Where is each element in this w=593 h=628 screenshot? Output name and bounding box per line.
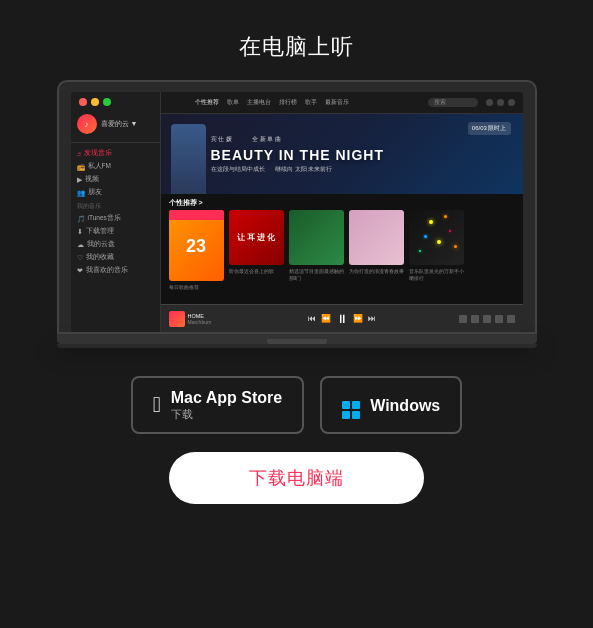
nav-item-playlist[interactable]: 歌单 (227, 98, 239, 107)
traffic-light-yellow (91, 98, 99, 106)
collected-icon: ♡ (77, 254, 83, 262)
friends-label: 朋友 (88, 188, 102, 197)
hero-date-badge: 06/03 限时上 (468, 122, 511, 135)
download-pc-button[interactable]: 下载电脑端 (169, 452, 424, 504)
download-icon: ⬇ (77, 228, 83, 236)
play-artist: Marchburn (188, 319, 212, 325)
album-desc-red: 听你最近会喜上的歌 (229, 268, 284, 275)
hero-title: BEAUTY IN THE NIGHT (211, 147, 511, 163)
video-icon: ▶ (77, 176, 82, 184)
play-bar: HOME Marchburn ⏮ ⏪ ⏸ ⏩ ⏭ (161, 304, 523, 332)
itunes-icon: 🎵 (77, 215, 85, 223)
mac-appstore-button[interactable]:  Mac App Store 下载 (131, 376, 304, 434)
laptop-screen-outer: ♪ 喜爱的云 ▼ ♬ 发现音乐 📻 私人FM ▶ 视频 (57, 80, 537, 334)
hero-subtitle-bottom: 在这段与结局中成长 继续向 太阳 未来前行 (211, 166, 511, 173)
sidebar-item-fm[interactable]: 📻 私人FM (71, 160, 160, 173)
nav-item-artists[interactable]: 歌手 (305, 98, 317, 107)
album-pink-bg (349, 210, 404, 265)
album-grid: 23 每日歌曲推荐 让 耳 进 化 听你最近会喜上的歌 (161, 210, 523, 285)
prev-track-button[interactable]: ⏪ (321, 314, 331, 323)
share-icon[interactable] (483, 315, 491, 323)
album-card-green[interactable]: 精选适节目里面最感触的那9门 (289, 210, 344, 281)
sidebar-item-collected[interactable]: ♡ 我的收藏 (71, 251, 160, 264)
download-label: 下载管理 (86, 227, 114, 236)
sidebar-item-friends[interactable]: 👥 朋友 (71, 186, 160, 199)
hero-banner: 宾 仕 媛 全 新 单 曲 BEAUTY IN THE NIGHT 在这段与结局… (161, 114, 523, 194)
nav-item-radio[interactable]: 主播电台 (247, 98, 271, 107)
album-cover-pink (349, 210, 404, 265)
search-bar[interactable]: 搜索 (428, 98, 478, 107)
nav-item-recommend[interactable]: 个性推荐 (195, 98, 219, 107)
play-pause-button[interactable]: ⏸ (336, 312, 348, 326)
laptop-mockup: ♪ 喜爱的云 ▼ ♬ 发现音乐 📻 私人FM ▶ 视频 (57, 80, 537, 348)
volume-icon[interactable] (495, 315, 503, 323)
traffic-lights (79, 98, 111, 106)
play-bar-left: HOME Marchburn (169, 311, 302, 327)
prev-button[interactable]: ⏮ (308, 314, 316, 323)
play-info: HOME Marchburn (188, 313, 212, 325)
album-card-pink[interactable]: 为你打造的浪漫青春故事 (349, 210, 404, 281)
cloud-icon: ☁ (77, 241, 84, 249)
album-card-fireworks[interactable]: 音乐队里发光的万新手小晒排行 (409, 210, 464, 281)
album-cover-green (289, 210, 344, 265)
next-track-button[interactable]: ⏩ (353, 314, 363, 323)
sidebar-item-download[interactable]: ⬇ 下载管理 (71, 225, 160, 238)
album-desc-green: 精选适节目里面最感触的那9门 (289, 268, 344, 281)
section-title-recommend: 个性推荐 > (169, 198, 203, 208)
download-bar-icon[interactable] (471, 315, 479, 323)
album-card-red[interactable]: 让 耳 进 化 听你最近会喜上的歌 (229, 210, 284, 281)
album-desc-fireworks: 音乐队里发光的万新手小晒排行 (409, 268, 464, 281)
laptop-foot (57, 344, 537, 348)
like-icon[interactable] (459, 315, 467, 323)
sidebar-item-video[interactable]: ▶ 视频 (71, 173, 160, 186)
itunes-label: iTunes音乐 (88, 214, 121, 223)
nav-icon-skin[interactable] (508, 99, 515, 106)
album-desc-pink: 为你打造的浪漫青春故事 (349, 268, 404, 275)
discover-icon: ♬ (77, 150, 82, 157)
sidebar-item-liked[interactable]: ❤ 我喜欢的音乐 (71, 264, 160, 277)
next-button[interactable]: ⏭ (368, 314, 376, 323)
laptop-base (57, 334, 537, 344)
liked-label: 我喜欢的音乐 (86, 266, 128, 275)
sidebar-section-my-music: 我的音乐 (71, 199, 160, 212)
nav-item-charts[interactable]: 排行榜 (279, 98, 297, 107)
cloud-label: 我的云盘 (87, 240, 115, 249)
calendar-bar (169, 210, 224, 220)
play-bar-right (382, 315, 515, 323)
album-desc-daily: 每日歌曲推荐 (169, 284, 224, 291)
sidebar-item-cloud[interactable]: ☁ 我的云盘 (71, 238, 160, 251)
calendar-number: 23 (186, 237, 206, 255)
windows-main-label: Windows (370, 396, 440, 415)
album-red-text: 让 耳 进 化 (229, 210, 284, 265)
apple-icon:  (153, 394, 161, 416)
album-cover-daily: 23 (169, 210, 224, 281)
sidebar-item-itunes[interactable]: 🎵 iTunes音乐 (71, 212, 160, 225)
windows-text: Windows (370, 396, 440, 415)
nav-icons (486, 99, 515, 106)
nav-icon-mail[interactable] (497, 99, 504, 106)
sidebar-logo-text: 喜爱的云 ▼ (101, 119, 138, 129)
music-app: ♪ 喜爱的云 ▼ ♬ 发现音乐 📻 私人FM ▶ 视频 (71, 92, 523, 332)
mac-store-sub-label: 下载 (171, 407, 193, 422)
app-sidebar: ♪ 喜爱的云 ▼ ♬ 发现音乐 📻 私人FM ▶ 视频 (71, 92, 161, 332)
mac-store-text: Mac App Store 下载 (171, 388, 282, 422)
fm-icon: 📻 (77, 163, 85, 171)
album-card-daily[interactable]: 23 每日歌曲推荐 (169, 210, 224, 281)
app-top-nav: 个性推荐 歌单 主播电台 排行榜 歌手 最新音乐 搜索 (161, 92, 523, 114)
sidebar-logo: ♪ 喜爱的云 ▼ (71, 114, 160, 143)
windows-button[interactable]: Windows (320, 376, 462, 434)
windows-icon (342, 391, 360, 419)
album-green-bg (289, 210, 344, 265)
sidebar-item-discover[interactable]: ♬ 发现音乐 (71, 147, 160, 160)
nav-item-new-music[interactable]: 最新音乐 (325, 98, 349, 107)
traffic-light-red (79, 98, 87, 106)
lyrics-icon[interactable] (507, 315, 515, 323)
laptop-screen-inner: ♪ 喜爱的云 ▼ ♬ 发现音乐 📻 私人FM ▶ 视频 (71, 92, 523, 332)
mac-store-main-label: Mac App Store (171, 388, 282, 407)
netease-logo: ♪ (77, 114, 97, 134)
album-cover-fireworks (409, 210, 464, 265)
hero-subtitle-top: 宾 仕 媛 全 新 单 曲 (211, 135, 511, 144)
section-header-recommend: 个性推荐 > (161, 194, 523, 210)
nav-icon-settings[interactable] (486, 99, 493, 106)
laptop-notch (267, 339, 327, 344)
